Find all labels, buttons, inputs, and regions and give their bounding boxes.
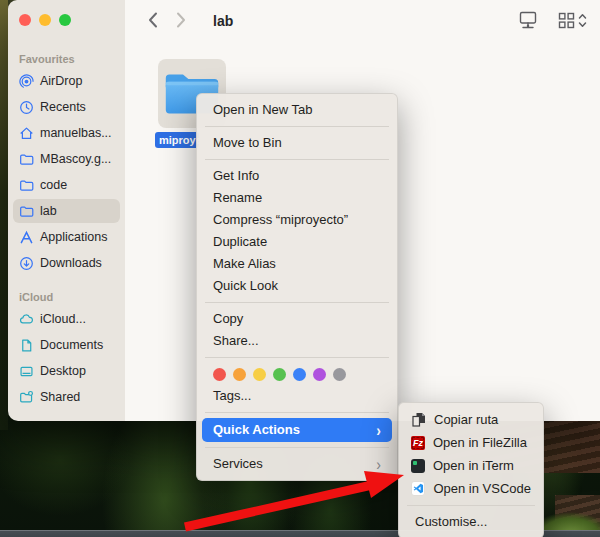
- iterm-icon: [411, 459, 425, 473]
- shared-folder-icon: [19, 390, 34, 405]
- menu-item-get-info[interactable]: Get Info: [197, 165, 397, 187]
- sidebar-item-label: Documents: [40, 338, 103, 352]
- applications-icon: [19, 230, 34, 245]
- tag-red[interactable]: [213, 368, 226, 381]
- sidebar-item-label: MBascoy.g...: [40, 152, 111, 166]
- tag-blue[interactable]: [293, 368, 306, 381]
- window-title: lab: [213, 13, 233, 29]
- finder-sidebar: Favourites AirDrop Recents manuelbas...: [8, 0, 125, 421]
- menu-item-make-alias[interactable]: Make Alias: [197, 253, 397, 275]
- menu-separator: [205, 447, 389, 448]
- zoom-window-button[interactable]: [59, 14, 71, 26]
- folder-name-label: miproyecto: [155, 132, 199, 148]
- wallpaper-left-strip: [0, 0, 8, 430]
- filezilla-icon: Fz: [411, 436, 425, 450]
- sidebar-item-airdrop[interactable]: AirDrop: [13, 69, 120, 93]
- sidebar-item-home[interactable]: manuelbas...: [13, 121, 120, 145]
- tag-gray[interactable]: [333, 368, 346, 381]
- submenu-item-label: Open in iTerm: [433, 458, 514, 473]
- downloads-icon: [19, 256, 34, 271]
- vscode-icon: [411, 481, 425, 496]
- submenu-item-label: Open in FileZilla: [433, 435, 527, 450]
- traffic-lights: [8, 14, 125, 26]
- menu-separator: [205, 412, 389, 413]
- clock-icon: [19, 100, 34, 115]
- cloud-icon: [19, 312, 34, 327]
- folder-icon: [19, 178, 34, 193]
- sidebar-item-lab[interactable]: lab: [13, 199, 120, 223]
- sidebar-item-mbascoy[interactable]: MBascoy.g...: [13, 147, 120, 171]
- sidebar-item-applications[interactable]: Applications: [13, 225, 120, 249]
- nav-controls: [147, 11, 187, 29]
- sidebar-item-desktop[interactable]: Desktop: [13, 359, 120, 383]
- sidebar-item-label: code: [40, 178, 67, 192]
- sidebar-item-label: Downloads: [40, 256, 102, 270]
- submenu-item-label: Copiar ruta: [434, 412, 498, 427]
- menu-item-open-in-new-tab[interactable]: Open in New Tab: [197, 99, 397, 121]
- submenu-item-open-in-iterm[interactable]: Open in iTerm: [399, 454, 543, 477]
- toolbar-right-controls: [518, 10, 587, 30]
- menu-item-tags[interactable]: Tags...: [197, 385, 397, 407]
- menu-item-move-to-bin[interactable]: Move to Bin: [197, 132, 397, 154]
- submenu-item-customise[interactable]: Customise...: [399, 511, 543, 533]
- tag-purple[interactable]: [313, 368, 326, 381]
- menu-item-copy[interactable]: Copy: [197, 308, 397, 330]
- menu-item-services[interactable]: Services ›: [197, 453, 397, 475]
- tag-green[interactable]: [273, 368, 286, 381]
- menu-item-share[interactable]: Share...: [197, 330, 397, 352]
- airdrop-icon: [19, 74, 34, 89]
- sidebar-section-favourites: Favourites: [8, 53, 125, 67]
- quick-actions-label: Quick Actions: [213, 418, 300, 442]
- tag-color-row: [197, 363, 397, 385]
- tag-orange[interactable]: [233, 368, 246, 381]
- sidebar-item-label: Recents: [40, 100, 86, 114]
- tag-yellow[interactable]: [253, 368, 266, 381]
- chevron-right-icon: ›: [376, 451, 381, 477]
- menu-separator: [205, 357, 389, 358]
- sidebar-item-label: Desktop: [40, 364, 86, 378]
- context-menu: Open in New Tab Move to Bin Get Info Ren…: [196, 93, 398, 481]
- sidebar-item-recents[interactable]: Recents: [13, 95, 120, 119]
- screen-sharing-icon[interactable]: [518, 10, 538, 30]
- submenu-item-label: Open in VSCode: [433, 481, 531, 496]
- home-icon: [19, 126, 34, 141]
- submenu-item-open-in-filezilla[interactable]: Fz Open in FileZilla: [399, 431, 543, 454]
- menu-item-quick-actions[interactable]: Quick Actions ›: [202, 418, 392, 442]
- submenu-item-open-in-vscode[interactable]: Open in VSCode: [399, 477, 543, 500]
- minimize-window-button[interactable]: [39, 14, 51, 26]
- document-icon: [19, 338, 34, 353]
- chevron-right-icon: ›: [376, 416, 381, 445]
- folder-icon: [19, 152, 34, 167]
- menu-item-compress[interactable]: Compress “miproyecto”: [197, 209, 397, 231]
- menu-item-quick-look[interactable]: Quick Look: [197, 275, 397, 297]
- sidebar-item-shared[interactable]: Shared: [13, 385, 120, 409]
- desktop-icon: [19, 364, 34, 379]
- services-label: Services: [213, 453, 263, 475]
- sidebar-item-downloads[interactable]: Downloads: [13, 251, 120, 275]
- sidebar-section-icloud: iCloud: [8, 291, 125, 305]
- menu-separator: [205, 126, 389, 127]
- back-button[interactable]: [147, 11, 159, 29]
- sidebar-item-label: Shared: [40, 390, 80, 404]
- folder-icon: [19, 204, 34, 219]
- sidebar-item-icloud-drive[interactable]: iCloud...: [13, 307, 120, 331]
- sidebar-item-code[interactable]: code: [13, 173, 120, 197]
- sidebar-item-label: manuelbas...: [40, 126, 112, 140]
- sidebar-item-label: lab: [40, 204, 57, 218]
- view-grid-icon[interactable]: [558, 12, 575, 29]
- copy-path-icon: [411, 412, 426, 427]
- close-window-button[interactable]: [19, 14, 31, 26]
- menu-item-duplicate[interactable]: Duplicate: [197, 231, 397, 253]
- view-selector-chevrons-icon[interactable]: [578, 12, 587, 29]
- sidebar-item-label: iCloud...: [40, 312, 86, 326]
- sidebar-item-documents[interactable]: Documents: [13, 333, 120, 357]
- submenu-item-copiar-ruta[interactable]: Copiar ruta: [399, 408, 543, 431]
- sidebar-item-label: AirDrop: [40, 74, 82, 88]
- menu-separator: [407, 505, 535, 506]
- sidebar-item-label: Applications: [40, 230, 107, 244]
- menu-separator: [205, 302, 389, 303]
- menu-item-rename[interactable]: Rename: [197, 187, 397, 209]
- forward-button[interactable]: [175, 11, 187, 29]
- quick-actions-submenu: Copiar ruta Fz Open in FileZilla Open in…: [398, 402, 544, 537]
- desktop-screen: Favourites AirDrop Recents manuelbas...: [0, 0, 600, 537]
